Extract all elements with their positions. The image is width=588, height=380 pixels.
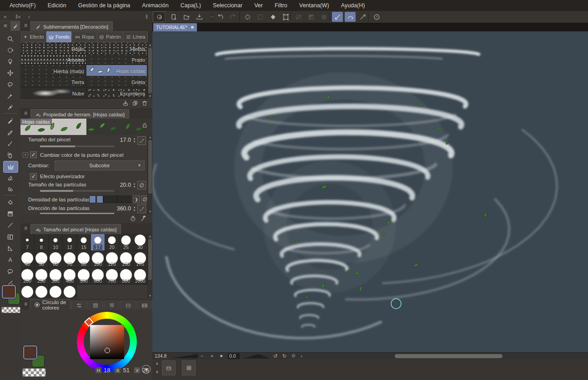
spray-effect-checkbox[interactable]: ✓ xyxy=(30,173,37,180)
new-document-button[interactable] xyxy=(168,12,179,22)
menu-ver[interactable]: Ver xyxy=(248,0,269,11)
color-history-button[interactable] xyxy=(142,365,151,374)
size-cell-40[interactable]: 40 xyxy=(20,251,35,268)
rotate-cw-button[interactable]: ↻ xyxy=(282,353,286,359)
size-cell-150[interactable]: 150 xyxy=(119,251,133,268)
open-file-button[interactable] xyxy=(181,12,192,22)
csp-logo-button[interactable] xyxy=(153,11,166,22)
menu-ayudah[interactable]: Ayuda(H) xyxy=(335,0,371,11)
particle-density-cells[interactable] xyxy=(89,195,131,203)
brush-size-stepper[interactable]: ▲▼ xyxy=(132,137,137,143)
size-cell-extra-0[interactable] xyxy=(20,285,35,298)
size-cell-8[interactable]: 8 xyxy=(35,234,49,251)
size-cell-25[interactable]: 25 xyxy=(119,234,133,251)
zoom-in-button[interactable]: + xyxy=(211,353,213,359)
brush-size-value[interactable]: 17.0 xyxy=(104,137,131,143)
brush-size-slider[interactable] xyxy=(40,145,114,147)
tool-eyedropper[interactable] xyxy=(3,102,17,113)
menu-archivof[interactable]: Archivo(F) xyxy=(4,0,42,11)
size-cell-10[interactable]: 10 xyxy=(49,234,63,251)
sv-cursor[interactable] xyxy=(105,348,110,353)
size-cell-extra-2[interactable] xyxy=(49,285,63,298)
subtool-tab-fondo[interactable]: Fondo xyxy=(46,31,71,42)
brush-size-scrollbar[interactable]: ▲▼ xyxy=(147,234,152,298)
undo-button[interactable] xyxy=(215,12,226,22)
color-tab-slider-palette[interactable] xyxy=(71,300,87,310)
size-cell-700[interactable]: 700 xyxy=(105,268,119,285)
document-tab[interactable]: TUTORIAL4E* xyxy=(153,23,197,31)
menu-capal[interactable]: Capa(L) xyxy=(175,0,207,11)
particle-size-no-dynamics-button[interactable]: ∅ xyxy=(137,181,146,190)
expand-plus-box[interactable]: + xyxy=(23,152,28,158)
tool-move[interactable] xyxy=(3,68,17,79)
rotate-slider[interactable] xyxy=(243,354,270,359)
main-color-swatch[interactable] xyxy=(2,285,16,299)
tool-figure[interactable] xyxy=(3,220,17,231)
size-cell-17[interactable]: 17 xyxy=(91,234,105,251)
size-cell-170[interactable]: 170 xyxy=(133,251,147,268)
shrink-selection-button[interactable] xyxy=(306,12,317,22)
subtool-tab-lnea[interactable]: Línea xyxy=(123,31,148,42)
tool-gradient[interactable] xyxy=(3,209,17,220)
size-cell-1000[interactable]: 1000 xyxy=(133,268,147,285)
menu-animacin[interactable]: Animación xyxy=(136,0,174,11)
density-cell-5[interactable] xyxy=(117,195,124,203)
brush-size-panel-menu-icon[interactable]: ≡ xyxy=(24,225,27,231)
brush-hojas-ca-das[interactable]: Hojas caídas xyxy=(86,65,147,76)
stopwatch-button[interactable] xyxy=(130,215,136,222)
save-file-button[interactable] xyxy=(194,12,205,22)
tool-text[interactable]: A xyxy=(3,255,17,265)
size-cell-30[interactable]: 30 xyxy=(133,234,147,251)
density-cell-4[interactable] xyxy=(111,195,117,203)
menu-seleccionar[interactable]: Seleccionar xyxy=(207,0,248,11)
tool-eraser[interactable] xyxy=(3,173,17,184)
particle-size-value[interactable]: 20.0 xyxy=(104,182,131,188)
size-cell-60[interactable]: 60 xyxy=(49,251,63,268)
tool-pencil[interactable] xyxy=(3,126,17,137)
color-panel-main-swatch[interactable] xyxy=(23,345,37,360)
tool-balloon[interactable] xyxy=(3,266,17,277)
tool-rotate-canvas[interactable] xyxy=(3,45,17,55)
brush--rboles[interactable]: Árboles xyxy=(20,54,86,65)
trash-button[interactable] xyxy=(141,100,148,106)
import-button[interactable] xyxy=(122,100,129,106)
subtool-tab-efecto[interactable]: Efecto xyxy=(21,31,46,42)
size-cell-70[interactable]: 70 xyxy=(63,251,77,268)
brush-escombros[interactable]: Escombros xyxy=(86,87,147,99)
size-cell-extra-1[interactable] xyxy=(35,285,49,298)
tip-color-checkbox[interactable]: ✓ xyxy=(30,151,37,158)
lock-open-icon[interactable] xyxy=(141,122,148,128)
color-panel-transparent-swatch[interactable] xyxy=(22,368,46,377)
particle-size-stepper[interactable]: ▲▼ xyxy=(132,182,137,188)
subtool-tab-patrn[interactable]: Patrón xyxy=(97,31,122,42)
dock-down-chevron[interactable]: ▼ xyxy=(155,370,159,375)
brush-size-panel-tab[interactable]: Tamaño del pincel [Hojas caídas] xyxy=(30,224,121,234)
saturation-value-square[interactable] xyxy=(90,325,124,359)
density-cell-1[interactable] xyxy=(89,195,96,203)
toolbox-menu-icon[interactable]: ≡ xyxy=(4,22,7,29)
menu-gestindelapgina[interactable]: Gestión de la página xyxy=(72,0,136,11)
subtool-panel-menu-icon[interactable]: ≡ xyxy=(24,22,27,29)
menu-ventanaw[interactable]: Ventana(W) xyxy=(293,0,335,11)
tool-airbrush[interactable] xyxy=(3,150,17,160)
size-cell-20[interactable]: 20 xyxy=(105,234,119,251)
tool-pen[interactable] xyxy=(3,115,17,126)
tool-ruler[interactable] xyxy=(3,243,17,254)
selection-border-button[interactable] xyxy=(280,12,291,22)
size-cell-100[interactable]: 100 xyxy=(91,251,105,268)
duplicate-button[interactable] xyxy=(132,100,138,106)
brush-hojas[interactable]: Hojas xyxy=(20,43,86,54)
zoom-value[interactable]: 134.8 xyxy=(155,353,166,359)
change-dropdown[interactable]: Subcolor ▼ xyxy=(55,160,145,170)
brush-nube[interactable]: Nube xyxy=(20,87,86,99)
color-wheel-tab[interactable]: Círculo de colores xyxy=(30,300,70,310)
tool-decoration[interactable] xyxy=(3,161,18,173)
tool-brush[interactable] xyxy=(3,138,17,149)
size-cell-300[interactable]: 300 xyxy=(49,268,63,285)
zoom-out-button[interactable]: − xyxy=(201,353,203,359)
tool-fill[interactable] xyxy=(3,197,17,208)
rotate-ccw-button[interactable]: ↺ xyxy=(273,353,277,359)
brush-hierba--mata-[interactable]: Hierba (mata) xyxy=(20,65,86,76)
brush-size-dynamics-button[interactable] xyxy=(137,136,146,145)
size-cell-50[interactable]: 50 xyxy=(35,251,49,268)
